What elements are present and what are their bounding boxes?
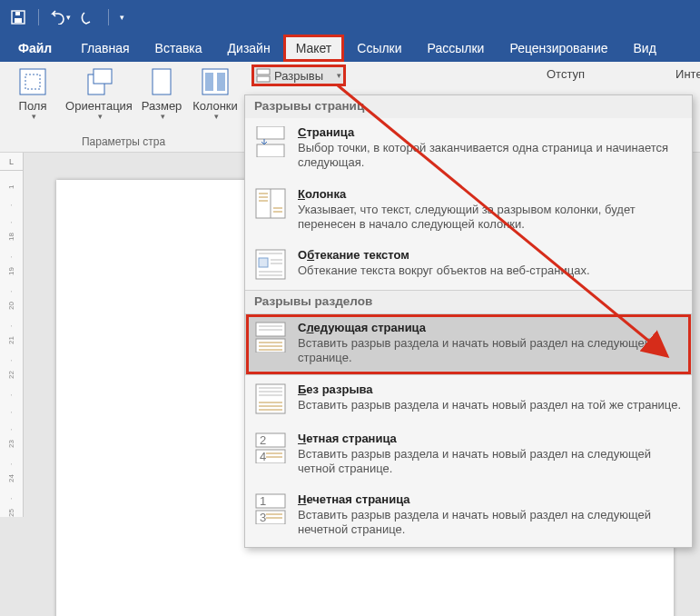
margins-button[interactable]: Поля ▾	[4, 64, 62, 134]
columns-icon	[201, 67, 230, 96]
tab-file[interactable]: Файл	[7, 35, 68, 62]
spacing-label: Интервал	[675, 67, 700, 81]
textwrap-break-icon	[254, 248, 287, 281]
page-breaks-header: Разрывы страниц	[245, 95, 692, 118]
save-icon	[11, 10, 25, 25]
qat-separator	[38, 9, 39, 25]
break-page-item[interactable]: Страница Выбор точки, в которой заканчив…	[245, 118, 692, 180]
page-setup-group-label: Параметры стра	[76, 134, 171, 149]
undo-icon	[48, 10, 64, 25]
svg-rect-36	[256, 384, 285, 413]
column-break-icon	[254, 187, 287, 220]
ribbon-tabs: Файл Главная Вставка Дизайн Макет Ссылки…	[0, 35, 700, 62]
svg-text:2: 2	[260, 433, 266, 447]
page-breaks-section: Разрывы страниц Страница Выбор точки, в …	[245, 95, 692, 291]
redo-button[interactable]	[75, 5, 101, 30]
save-button[interactable]	[5, 5, 31, 30]
item-desc: Обтекание текста вокруг объектов на веб-…	[298, 263, 683, 278]
item-title: Без разрыва	[298, 383, 683, 396]
quick-access-toolbar: ▾ ▾	[0, 0, 700, 35]
item-text: Нечетная страница Вставить разрыв раздел…	[298, 492, 683, 538]
item-desc: Указывает, что текст, следующий за разры…	[298, 203, 683, 233]
tab-references[interactable]: Ссылки	[344, 35, 414, 62]
breaks-dropdown: Разрывы страниц Страница Выбор точки, в …	[244, 94, 693, 548]
breaks-label: Разрывы	[274, 69, 323, 83]
item-desc: Выбор точки, в которой заканчивается одн…	[298, 141, 683, 171]
tab-insert[interactable]: Вставка	[143, 35, 215, 62]
item-text: Без разрыва Вставить разрыв раздела и на…	[298, 383, 683, 412]
qat-separator	[108, 9, 109, 25]
item-text: Страница Выбор точки, в которой заканчив…	[298, 125, 683, 171]
item-title: Обтекание текстом	[298, 248, 683, 262]
item-title: Четная страница	[298, 432, 683, 445]
svg-rect-11	[257, 69, 270, 75]
tab-home[interactable]: Главная	[68, 35, 142, 62]
break-oddpage-item[interactable]: 13 Нечетная страница Вставить разрыв раз…	[245, 485, 692, 547]
chevron-down-icon: ▾	[214, 112, 219, 121]
svg-rect-7	[153, 69, 171, 94]
chevron-down-icon: ▾	[98, 112, 103, 121]
break-evenpage-item[interactable]: 24 Четная страница Вставить разрыв разде…	[245, 424, 692, 486]
svg-rect-12	[257, 76, 270, 82]
size-icon	[147, 67, 176, 96]
orientation-label: Ориентация	[65, 100, 133, 112]
ruler-marks: 1··18·19·20·21·22···23·24·25	[0, 171, 24, 517]
item-title: Следующая страница	[298, 321, 683, 334]
svg-rect-1	[15, 18, 22, 23]
svg-rect-6	[94, 69, 112, 84]
item-desc: Вставить разрыв раздела и начать новый р…	[298, 447, 683, 477]
columns-button[interactable]: Колонки ▾	[187, 64, 243, 134]
svg-rect-14	[257, 144, 284, 157]
item-text: Колонка Указывает, что текст, следующий …	[298, 187, 683, 233]
tab-mailings[interactable]: Рассылки	[415, 35, 498, 62]
evenpage-break-icon: 24	[254, 432, 287, 464]
page-setup-buttons: Поля ▾ Ориентация ▾ Размер ▾ Колонки ▾	[0, 64, 247, 134]
ruler-corner: L	[0, 153, 24, 171]
continuous-break-icon	[254, 383, 287, 415]
page-break-icon	[254, 125, 287, 158]
item-desc: Вставить разрыв раздела и начать новый р…	[298, 508, 683, 538]
item-title: Страница	[298, 125, 683, 139]
nextpage-break-icon	[254, 321, 287, 353]
item-desc: Вставить разрыв раздела и начать новый р…	[298, 336, 683, 366]
chevron-down-icon: ▾	[161, 112, 165, 121]
size-button[interactable]: Размер ▾	[136, 64, 187, 134]
redo-icon	[80, 10, 96, 25]
svg-rect-10	[217, 73, 225, 91]
undo-button[interactable]: ▾	[46, 5, 72, 30]
section-breaks-header: Разрывы разделов	[245, 291, 692, 313]
break-nextpage-item[interactable]: Следующая страница Вставить разрыв разде…	[245, 313, 692, 375]
svg-rect-23	[259, 258, 268, 267]
section-breaks-section: Разрывы разделов Следующая страница Вста…	[245, 291, 692, 547]
chevron-down-icon: ▾	[337, 71, 341, 80]
svg-text:3: 3	[260, 511, 266, 524]
item-desc: Вставить разрыв раздела и начать новый р…	[298, 398, 683, 412]
breaks-icon	[256, 68, 271, 83]
tab-review[interactable]: Рецензирование	[497, 35, 620, 62]
tab-view[interactable]: Вид	[621, 35, 669, 62]
indent-label: Отступ	[547, 67, 585, 81]
break-continuous-item[interactable]: Без разрыва Вставить разрыв раздела и на…	[245, 375, 692, 424]
breaks-button[interactable]: Разрывы ▾	[252, 65, 345, 85]
svg-rect-2	[15, 12, 20, 15]
chevron-down-icon: ▾	[32, 112, 36, 121]
margins-icon	[18, 67, 47, 96]
dropdown-caret-icon: ▾	[66, 13, 71, 22]
tab-design[interactable]: Дизайн	[215, 35, 283, 62]
item-title: Нечетная страница	[298, 492, 683, 506]
orientation-button[interactable]: Ориентация ▾	[62, 64, 136, 134]
tab-layout[interactable]: Макет	[283, 35, 345, 62]
orientation-icon	[84, 67, 113, 96]
oddpage-break-icon: 13	[254, 492, 287, 525]
svg-rect-13	[257, 126, 284, 139]
vertical-ruler: L 1··18·19·20·21·22···23·24·25	[0, 153, 24, 616]
columns-label: Колонки	[192, 100, 238, 112]
qat-customize-caret-icon[interactable]: ▾	[120, 13, 124, 22]
break-column-item[interactable]: Колонка Указывает, что текст, следующий …	[245, 180, 692, 242]
item-text: Обтекание текстом Обтекание текста вокру…	[298, 248, 683, 278]
margins-label: Поля	[19, 100, 47, 112]
svg-rect-9	[205, 73, 213, 91]
item-title: Колонка	[298, 187, 683, 201]
break-textwrap-item[interactable]: Обтекание текстом Обтекание текста вокру…	[245, 241, 692, 290]
item-text: Следующая страница Вставить разрыв разде…	[298, 321, 683, 366]
